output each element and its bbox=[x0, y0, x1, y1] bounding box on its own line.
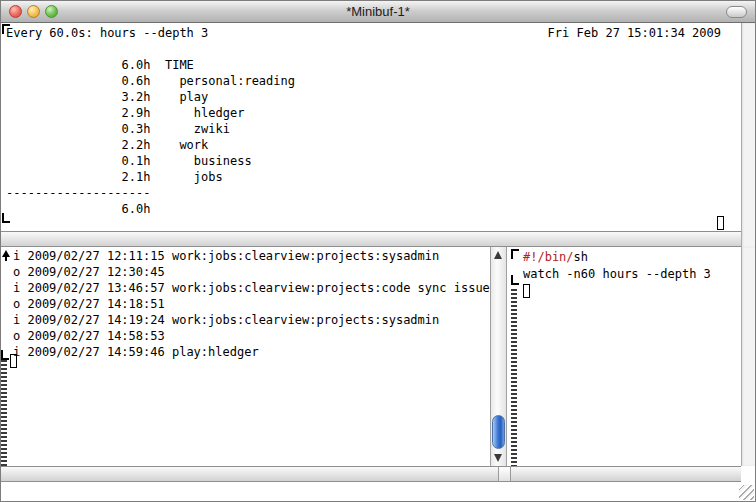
scroll-down-arrow[interactable] bbox=[491, 450, 506, 466]
resize-grip[interactable] bbox=[739, 485, 754, 500]
hours-report: 6.0h TIME 0.6h personal:reading 3.2h pla… bbox=[6, 41, 295, 217]
term-cursor bbox=[717, 216, 724, 230]
buffer-bottom-corner-icon bbox=[2, 213, 10, 223]
term-scrollbar-track[interactable] bbox=[741, 23, 756, 247]
watch-interval-text: Every 60.0s: hours --depth 3 bbox=[6, 26, 208, 40]
empty-lines-stipple-icon bbox=[511, 289, 517, 466]
script-modeline[interactable]: --:-- watchhours All (3,0)-------- bbox=[511, 466, 741, 482]
shebang-interpreter: #!/bin/ bbox=[523, 250, 574, 264]
timelog-cursor bbox=[10, 354, 17, 368]
empty-lines-stipple-icon bbox=[1, 360, 7, 466]
watch-header-row: Every 60.0s: hours --depth 3 Fri Feb 27 … bbox=[6, 25, 731, 41]
modeline-divider bbox=[498, 466, 511, 482]
timelog-entries: i 2009/02/27 12:11:15 work:jobs:clearvie… bbox=[13, 248, 490, 360]
script-scrollbar-track[interactable] bbox=[741, 247, 756, 466]
minibuffer[interactable]: Redo: (ansi-term "/Users/simon/bin/watch… bbox=[1, 482, 756, 502]
timelog-modeline[interactable]: --:-- current.timelog Bot (3726,0) darcs… bbox=[1, 466, 498, 482]
emacs-frame: *Minibuf-1* Every 60.0s: hours --depth 3… bbox=[0, 0, 756, 502]
title-bar[interactable]: *Minibuf-1* bbox=[1, 1, 755, 23]
scroll-up-arrow[interactable] bbox=[491, 247, 506, 263]
buffer-top-corner-icon bbox=[511, 249, 519, 259]
timelog-window[interactable]: i 2009/02/27 12:11:15 work:jobs:clearvie… bbox=[1, 247, 490, 466]
timelog-scrollbar[interactable] bbox=[490, 247, 507, 466]
buffer-bottom-corner-icon bbox=[511, 275, 519, 285]
ansi-term-modeline[interactable]: -u:** *ansi-term* All (13,101) (Term: ch… bbox=[1, 231, 741, 247]
ansi-term-window[interactable]: Every 60.0s: hours --depth 3 Fri Feb 27 … bbox=[1, 23, 741, 231]
watch-date-text: Fri Feb 27 15:01:34 2009 bbox=[548, 25, 721, 41]
script-source: #!/bin/sh watch -n60 hours --depth 3 bbox=[523, 249, 711, 283]
shebang-shell: sh bbox=[574, 250, 588, 264]
watch-command-line: watch -n60 hours --depth 3 bbox=[523, 266, 711, 283]
script-cursor bbox=[523, 284, 530, 298]
toolbar-toggle-button[interactable] bbox=[726, 6, 747, 18]
script-window[interactable]: #!/bin/sh watch -n60 hours --depth 3 bbox=[507, 247, 741, 466]
buffer-bottom-corner-icon bbox=[1, 350, 9, 360]
shebang-line: #!/bin/sh bbox=[523, 249, 711, 266]
window-title: *Minibuf-1* bbox=[1, 1, 755, 23]
more-text-above-arrow-icon bbox=[2, 250, 10, 257]
scrollbar-thumb[interactable] bbox=[492, 415, 505, 449]
